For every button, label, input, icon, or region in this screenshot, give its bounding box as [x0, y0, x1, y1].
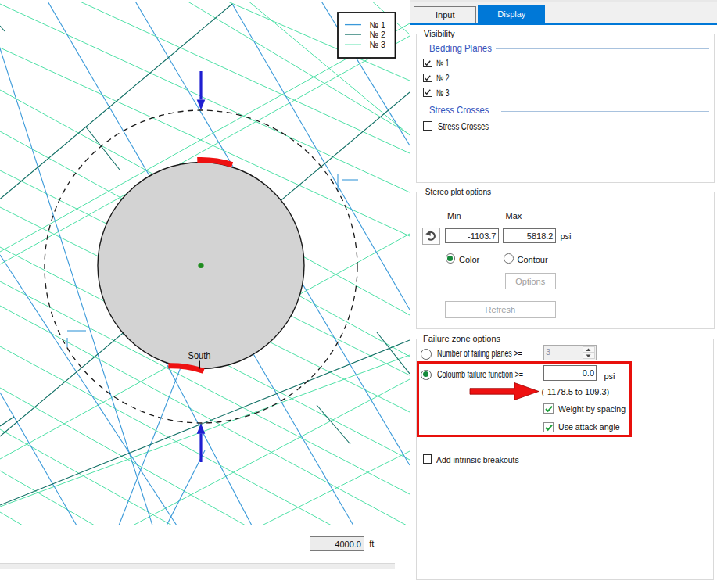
svg-text:№ 1: № 1 — [370, 20, 386, 30]
svg-text:South: South — [188, 350, 211, 361]
svg-text:№ 2: № 2 — [370, 30, 386, 39]
svg-text:№ 3: № 3 — [370, 40, 386, 49]
